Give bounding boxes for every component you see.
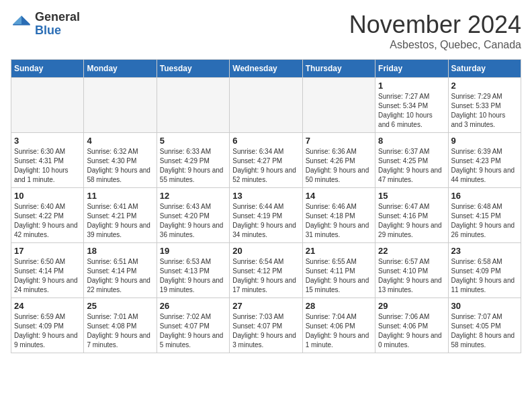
day-number: 13 [232, 191, 299, 201]
day-number: 23 [451, 246, 518, 256]
logo-blue: Blue [35, 24, 80, 38]
calendar-cell: 8Sunrise: 6:37 AM Sunset: 4:25 PM Daylig… [375, 133, 448, 188]
header: General Blue November 2024 Asbestos, Que… [11, 11, 521, 51]
calendar-cell: 9Sunrise: 6:39 AM Sunset: 4:23 PM Daylig… [448, 133, 521, 188]
logo-text: General Blue [35, 11, 80, 38]
calendar-cell: 12Sunrise: 6:43 AM Sunset: 4:20 PM Dayli… [157, 188, 229, 243]
day-number: 26 [160, 301, 226, 311]
day-info: Sunrise: 6:37 AM Sunset: 4:25 PM Dayligh… [378, 147, 445, 185]
day-info: Sunrise: 6:57 AM Sunset: 4:10 PM Dayligh… [378, 257, 445, 295]
calendar-cell: 27Sunrise: 7:03 AM Sunset: 4:07 PM Dayli… [230, 298, 302, 353]
calendar-cell: 20Sunrise: 6:54 AM Sunset: 4:12 PM Dayli… [230, 243, 302, 298]
day-info: Sunrise: 6:34 AM Sunset: 4:27 PM Dayligh… [232, 147, 299, 185]
day-info: Sunrise: 7:01 AM Sunset: 4:08 PM Dayligh… [87, 312, 153, 350]
day-info: Sunrise: 7:03 AM Sunset: 4:07 PM Dayligh… [232, 312, 299, 350]
calendar-cell: 14Sunrise: 6:46 AM Sunset: 4:18 PM Dayli… [302, 188, 375, 243]
day-number: 1 [378, 81, 445, 91]
day-info: Sunrise: 7:27 AM Sunset: 5:34 PM Dayligh… [378, 92, 445, 130]
day-info: Sunrise: 7:04 AM Sunset: 4:06 PM Dayligh… [306, 312, 372, 350]
calendar-cell: 6Sunrise: 6:34 AM Sunset: 4:27 PM Daylig… [230, 133, 302, 188]
calendar-cell [84, 78, 157, 133]
calendar-week-row: 24Sunrise: 6:59 AM Sunset: 4:09 PM Dayli… [11, 298, 521, 353]
calendar-cell [11, 78, 84, 133]
day-info: Sunrise: 6:43 AM Sunset: 4:20 PM Dayligh… [160, 202, 226, 240]
day-number: 21 [306, 246, 372, 256]
calendar-cell: 24Sunrise: 6:59 AM Sunset: 4:09 PM Dayli… [11, 298, 84, 353]
weekday-header: Tuesday [157, 60, 229, 78]
day-info: Sunrise: 6:54 AM Sunset: 4:12 PM Dayligh… [232, 257, 299, 295]
svg-marker-0 [21, 15, 30, 24]
svg-rect-2 [13, 24, 30, 26]
calendar-cell: 23Sunrise: 6:58 AM Sunset: 4:09 PM Dayli… [448, 243, 521, 298]
day-info: Sunrise: 7:06 AM Sunset: 4:06 PM Dayligh… [378, 312, 445, 350]
day-number: 7 [306, 136, 372, 146]
day-info: Sunrise: 6:33 AM Sunset: 4:29 PM Dayligh… [160, 147, 226, 185]
calendar-cell: 29Sunrise: 7:06 AM Sunset: 4:06 PM Dayli… [375, 298, 448, 353]
calendar-cell: 2Sunrise: 7:29 AM Sunset: 5:33 PM Daylig… [448, 78, 521, 133]
calendar-cell [157, 78, 229, 133]
calendar-cell: 3Sunrise: 6:30 AM Sunset: 4:31 PM Daylig… [11, 133, 84, 188]
day-info: Sunrise: 6:41 AM Sunset: 4:21 PM Dayligh… [87, 202, 153, 240]
day-number: 9 [451, 136, 518, 146]
calendar-cell: 10Sunrise: 6:40 AM Sunset: 4:22 PM Dayli… [11, 188, 84, 243]
day-number: 16 [451, 191, 518, 201]
calendar-cell: 26Sunrise: 7:02 AM Sunset: 4:07 PM Dayli… [157, 298, 229, 353]
calendar-cell [230, 78, 302, 133]
day-number: 24 [14, 301, 81, 311]
logo-general: General [35, 11, 80, 24]
day-info: Sunrise: 7:02 AM Sunset: 4:07 PM Dayligh… [160, 312, 226, 350]
calendar-cell: 11Sunrise: 6:41 AM Sunset: 4:21 PM Dayli… [84, 188, 157, 243]
day-info: Sunrise: 6:50 AM Sunset: 4:14 PM Dayligh… [14, 257, 81, 295]
svg-marker-1 [13, 15, 21, 24]
day-number: 2 [451, 81, 518, 91]
day-number: 30 [451, 301, 518, 311]
calendar-cell: 19Sunrise: 6:53 AM Sunset: 4:13 PM Dayli… [157, 243, 229, 298]
weekday-header: Saturday [448, 60, 521, 78]
calendar-cell [302, 78, 375, 133]
calendar-cell: 13Sunrise: 6:44 AM Sunset: 4:19 PM Dayli… [230, 188, 302, 243]
calendar-cell: 17Sunrise: 6:50 AM Sunset: 4:14 PM Dayli… [11, 243, 84, 298]
day-number: 19 [160, 246, 226, 256]
weekday-header: Monday [84, 60, 157, 78]
day-number: 28 [306, 301, 372, 311]
day-info: Sunrise: 6:53 AM Sunset: 4:13 PM Dayligh… [160, 257, 226, 295]
calendar-cell: 18Sunrise: 6:51 AM Sunset: 4:14 PM Dayli… [84, 243, 157, 298]
calendar-cell: 15Sunrise: 6:47 AM Sunset: 4:16 PM Dayli… [375, 188, 448, 243]
calendar-cell: 28Sunrise: 7:04 AM Sunset: 4:06 PM Dayli… [302, 298, 375, 353]
calendar-cell: 16Sunrise: 6:48 AM Sunset: 4:15 PM Dayli… [448, 188, 521, 243]
day-number: 5 [160, 136, 226, 146]
day-number: 25 [87, 301, 153, 311]
day-info: Sunrise: 6:39 AM Sunset: 4:23 PM Dayligh… [451, 147, 518, 185]
day-info: Sunrise: 6:36 AM Sunset: 4:26 PM Dayligh… [306, 147, 372, 185]
weekday-header: Sunday [11, 60, 84, 78]
weekday-header: Friday [375, 60, 448, 78]
month-title: November 2024 [349, 11, 521, 39]
day-number: 4 [87, 136, 153, 146]
calendar-cell: 25Sunrise: 7:01 AM Sunset: 4:08 PM Dayli… [84, 298, 157, 353]
day-info: Sunrise: 6:30 AM Sunset: 4:31 PM Dayligh… [14, 147, 81, 185]
calendar-cell: 5Sunrise: 6:33 AM Sunset: 4:29 PM Daylig… [157, 133, 229, 188]
calendar-cell: 7Sunrise: 6:36 AM Sunset: 4:26 PM Daylig… [302, 133, 375, 188]
day-info: Sunrise: 6:58 AM Sunset: 4:09 PM Dayligh… [451, 257, 518, 295]
day-number: 15 [378, 191, 445, 201]
day-number: 11 [87, 191, 153, 201]
day-number: 12 [160, 191, 226, 201]
day-number: 10 [14, 191, 81, 201]
calendar-cell: 22Sunrise: 6:57 AM Sunset: 4:10 PM Dayli… [375, 243, 448, 298]
calendar: SundayMondayTuesdayWednesdayThursdayFrid… [11, 59, 521, 353]
day-number: 3 [14, 136, 81, 146]
day-info: Sunrise: 6:46 AM Sunset: 4:18 PM Dayligh… [306, 202, 372, 240]
day-info: Sunrise: 6:48 AM Sunset: 4:15 PM Dayligh… [451, 202, 518, 240]
calendar-cell: 1Sunrise: 7:27 AM Sunset: 5:34 PM Daylig… [375, 78, 448, 133]
calendar-week-row: 1Sunrise: 7:27 AM Sunset: 5:34 PM Daylig… [11, 78, 521, 133]
day-info: Sunrise: 7:07 AM Sunset: 4:05 PM Dayligh… [451, 312, 518, 350]
day-info: Sunrise: 6:59 AM Sunset: 4:09 PM Dayligh… [14, 312, 81, 350]
day-info: Sunrise: 6:32 AM Sunset: 4:30 PM Dayligh… [87, 147, 153, 185]
calendar-cell: 4Sunrise: 6:32 AM Sunset: 4:30 PM Daylig… [84, 133, 157, 188]
calendar-header-row: SundayMondayTuesdayWednesdayThursdayFrid… [11, 60, 521, 78]
day-info: Sunrise: 6:55 AM Sunset: 4:11 PM Dayligh… [306, 257, 372, 295]
day-info: Sunrise: 6:47 AM Sunset: 4:16 PM Dayligh… [378, 202, 445, 240]
weekday-header: Wednesday [230, 60, 302, 78]
logo-icon [11, 13, 32, 35]
location-title: Asbestos, Quebec, Canada [349, 39, 521, 51]
